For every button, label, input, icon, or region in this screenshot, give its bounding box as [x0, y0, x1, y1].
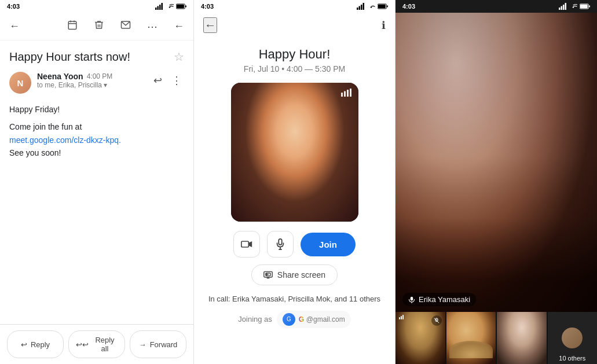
email-body: Happy Friday! Come join the fun at meet.…	[9, 103, 184, 160]
sender-to[interactable]: to me, Erika, Priscilla ▾	[37, 81, 145, 89]
thumbnail-2[interactable]	[446, 312, 496, 364]
more-actions-icon[interactable]: ⋮	[169, 72, 184, 89]
thumbnail-1[interactable]	[395, 312, 445, 364]
svg-rect-7	[68, 21, 76, 30]
call-panel: 4:03	[395, 0, 597, 364]
email-footer: ↩ Reply ↩↩ Reply all → Forward	[0, 324, 193, 364]
svg-rect-22	[350, 89, 351, 97]
invite-video-preview	[231, 83, 358, 222]
svg-rect-2	[159, 5, 161, 10]
svg-rect-35	[563, 5, 565, 10]
call-main-video: Erika Yamasaki	[395, 0, 597, 312]
sender-actions: ↩ ⋮	[151, 72, 184, 89]
caller-video	[395, 0, 597, 312]
call-status-time: 4:03	[402, 3, 415, 10]
email-panel: 4:03 ←	[0, 0, 194, 364]
join-button[interactable]: Join	[301, 233, 356, 256]
battery-icon-3	[580, 3, 590, 9]
signal-icon-3	[559, 3, 567, 10]
svg-rect-36	[565, 3, 567, 10]
svg-rect-38	[580, 5, 588, 9]
invite-toolbar: ← ℹ	[194, 13, 395, 38]
video-person-preview	[231, 83, 358, 222]
svg-rect-13	[359, 6, 361, 10]
svg-rect-12	[357, 8, 358, 10]
email-subject: Happy Hour starts now!	[9, 50, 174, 64]
svg-rect-14	[361, 5, 362, 10]
call-status-icons	[559, 3, 590, 10]
email-content: Happy Hour starts now! ☆ N Neena Yoon 4:…	[0, 41, 193, 324]
joining-as-row: Joining as G G @gmail.com	[238, 311, 350, 328]
chip-avatar: G	[283, 313, 295, 326]
reply-icon: ↩	[21, 340, 27, 349]
email-sender-row: N Neena Yoon 4:00 PM to me, Erika, Prisc…	[9, 72, 184, 94]
svg-rect-33	[559, 8, 561, 10]
svg-rect-20	[344, 91, 346, 97]
more-button[interactable]: ⋯	[145, 18, 160, 35]
svg-rect-19	[341, 93, 343, 97]
back-button[interactable]: ←	[7, 18, 22, 35]
forward-icon: →	[139, 340, 146, 349]
thumb-signal-1	[399, 315, 404, 319]
thumbnail-4[interactable]: 10 others	[548, 312, 598, 364]
email-chip[interactable]: G G @gmail.com	[277, 311, 351, 328]
reply-all-icon: ↩↩	[76, 340, 89, 349]
svg-marker-24	[248, 241, 252, 247]
reply-all-button[interactable]: ↩↩ Reply all	[68, 330, 125, 358]
svg-rect-5	[177, 5, 184, 9]
svg-rect-1	[158, 6, 159, 10]
delete-button[interactable]	[91, 17, 107, 35]
star-button[interactable]: ☆	[174, 50, 184, 64]
call-status-bar: 4:03	[395, 0, 597, 13]
svg-rect-0	[155, 8, 157, 10]
dog-shape	[449, 341, 493, 358]
email-subject-row: Happy Hour starts now! ☆	[9, 50, 184, 64]
battery-icon	[176, 3, 186, 9]
wifi-icon	[166, 3, 174, 10]
meet-controls: Join	[233, 231, 356, 258]
invite-panel: 4:03 ← ℹ Happy Hour! Fri, Jul 10	[194, 0, 395, 364]
add-to-calendar-button[interactable]	[65, 17, 80, 35]
video-signal-icon	[341, 89, 351, 99]
invite-status-time: 4:03	[201, 3, 214, 10]
sender-avatar: N	[9, 72, 31, 94]
compose-button[interactable]: ←	[171, 18, 186, 35]
reply-button[interactable]: ↩ Reply	[7, 330, 64, 358]
svg-rect-39	[589, 5, 590, 7]
email-toolbar: ← ⋯ ←	[0, 13, 193, 41]
reply-icon-email[interactable]: ↩	[151, 72, 164, 89]
signal-icon	[155, 3, 163, 10]
email-body-line: Come join the fun at meet.google.com/clz…	[9, 120, 184, 159]
share-screen-button[interactable]: Share screen	[251, 264, 338, 285]
mic-button[interactable]	[267, 231, 294, 258]
svg-rect-23	[241, 241, 249, 247]
svg-rect-18	[387, 5, 388, 7]
signal-icon-2	[357, 3, 365, 10]
forward-button[interactable]: → Forward	[130, 330, 186, 358]
meet-link[interactable]: meet.google.com/clz-dkxz-kpq.	[9, 135, 121, 145]
svg-rect-15	[363, 3, 365, 10]
svg-rect-17	[378, 5, 386, 9]
invite-datetime: Fri, Jul 10 • 4:00 — 5:30 PM	[244, 64, 345, 73]
svg-rect-40	[411, 296, 413, 300]
invite-info-button[interactable]: ℹ	[382, 19, 386, 32]
battery-icon-2	[378, 3, 388, 9]
svg-rect-25	[279, 239, 281, 245]
svg-rect-3	[162, 3, 163, 10]
thumb-mic-off-1	[431, 315, 442, 326]
others-avatar	[562, 328, 583, 348]
wifi-icon-2	[367, 3, 375, 10]
thumbnail-3[interactable]	[497, 312, 547, 364]
mail-button[interactable]	[118, 17, 133, 35]
caller-name-badge: Erika Yamasaki	[402, 293, 476, 306]
mic-off-icon-1	[434, 318, 439, 323]
camera-button[interactable]	[233, 231, 260, 258]
status-icons	[155, 3, 186, 10]
invite-back-button[interactable]: ←	[203, 17, 217, 33]
others-label: 10 others	[548, 355, 598, 362]
svg-rect-34	[561, 6, 563, 10]
chip-email: G @gmail.com	[299, 315, 345, 323]
status-time: 4:03	[7, 3, 20, 10]
email-status-bar: 4:03	[0, 0, 193, 13]
sender-name: Neena Yoon	[37, 72, 83, 81]
